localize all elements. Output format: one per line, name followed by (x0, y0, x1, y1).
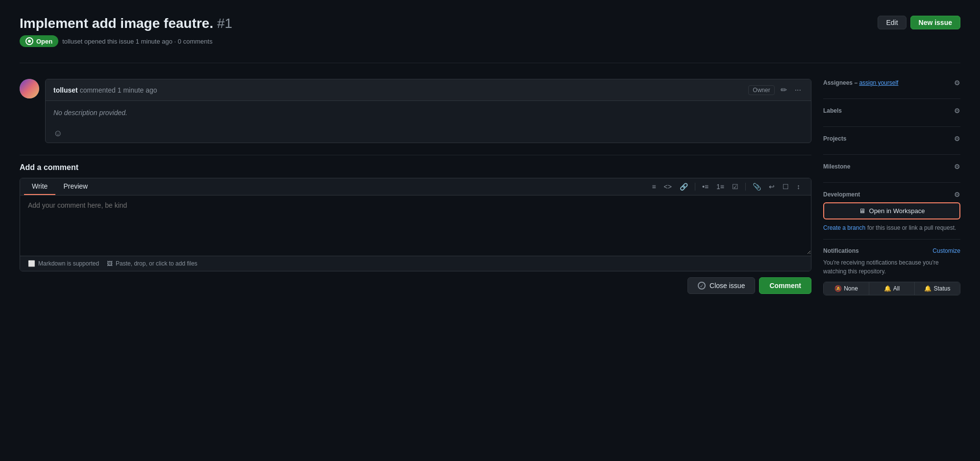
notifications-label: Notifications (823, 247, 859, 254)
edit-button[interactable]: Edit (878, 16, 906, 29)
notif-none-label: None (844, 285, 858, 292)
preview-tab[interactable]: Preview (55, 178, 96, 195)
projects-title: Projects (823, 135, 846, 142)
milestone-title: Milestone (823, 163, 850, 170)
comment-footer: ☺ (46, 124, 811, 143)
toolbar-divider-1 (695, 183, 695, 191)
bell-off-icon: 🔕 (834, 285, 842, 292)
left-column: tolluset commented 1 minute ago Owner ✏ … (20, 79, 811, 295)
branch-suffix: for this issue or link a pull request. (867, 224, 956, 231)
comment-editor: Write Preview ≡ <> 🔗 •≡ 1≡ ☑ 📎 (20, 178, 811, 271)
issue-meta: Open tolluset opened this issue 1 minute… (20, 35, 232, 47)
attach-icon: 🖼 (107, 260, 113, 267)
toolbar-code-btn[interactable]: <> (661, 181, 675, 193)
main-content: tolluset commented 1 minute ago Owner ✏ … (20, 79, 960, 295)
markdown-info: ⬜ Markdown is supported (28, 260, 99, 267)
editor-tabs: Write Preview ≡ <> 🔗 •≡ 1≡ ☑ 📎 (20, 178, 811, 195)
issue-title-text: Implement add image feautre. (20, 16, 213, 31)
owner-badge: Owner (748, 85, 774, 95)
status-icon: 🔔 (924, 285, 931, 292)
open-workspace-button[interactable]: 🖥 Open in Workspace (823, 202, 960, 219)
bell-icon: 🔔 (884, 285, 891, 292)
editor-toolbar: ≡ <> 🔗 •≡ 1≡ ☑ 📎 ↩ ☐ ↕ (645, 179, 807, 194)
write-tab[interactable]: Write (24, 178, 55, 195)
right-column: Assignees – assign yourself ⚙ Labels ⚙ P… (823, 79, 960, 295)
toolbar-heading-btn[interactable]: ≡ (649, 181, 659, 193)
close-issue-icon: ✓ (698, 282, 706, 290)
notification-buttons: 🔕 None 🔔 All 🔔 Status (823, 282, 960, 295)
header-divider (20, 63, 960, 63)
comment-more-button[interactable]: ··· (793, 85, 803, 96)
notifications-section: Notifications Customize You're receiving… (823, 240, 960, 295)
toolbar-resize-btn[interactable]: ↕ (794, 181, 803, 193)
development-section: Development ⚙ 🖥 Open in Workspace Create… (823, 183, 960, 240)
customize-link[interactable]: Customize (932, 247, 960, 254)
toolbar-attach-btn[interactable]: 📎 (750, 181, 764, 193)
assignees-header: Assignees – assign yourself ⚙ (823, 79, 960, 87)
assignees-section: Assignees – assign yourself ⚙ (823, 79, 960, 99)
add-comment-title: Add a comment (20, 163, 811, 172)
new-issue-button[interactable]: New issue (910, 16, 960, 29)
emoji-button[interactable]: ☺ (53, 128, 62, 139)
header-buttons: Edit New issue (878, 16, 960, 29)
markdown-icon: ⬜ (28, 260, 35, 267)
comment-section: tolluset commented 1 minute ago Owner ✏ … (20, 79, 811, 143)
create-branch-link[interactable]: Create a branch (823, 224, 865, 231)
projects-section: Projects ⚙ (823, 127, 960, 155)
issue-meta-text: tolluset opened this issue 1 minute ago … (62, 38, 212, 45)
assignees-title: Assignees – assign yourself (823, 79, 898, 86)
editor-footer: ⬜ Markdown is supported 🖼 Paste, drop, o… (20, 256, 811, 271)
status-badge: Open (36, 38, 52, 45)
notif-status-label: Status (933, 285, 950, 292)
avatar (20, 79, 39, 98)
toolbar-checkbox-btn[interactable]: ☐ (780, 181, 792, 193)
comment-button[interactable]: Comment (759, 277, 811, 294)
markdown-label: Markdown is supported (38, 260, 99, 267)
open-badge: Open (20, 35, 58, 47)
notifications-title: Notifications Customize (823, 247, 960, 254)
development-gear-button[interactable]: ⚙ (954, 191, 960, 198)
workspace-icon: 🖥 (859, 207, 865, 215)
issue-title-area: Implement add image feautre. #1 Open tol… (20, 16, 232, 47)
development-title: Development (823, 191, 860, 198)
comment-body: No description provided. (46, 101, 811, 124)
comment-header-right: Owner ✏ ··· (748, 84, 803, 96)
notifications-desc: You're receiving notifications because y… (823, 258, 960, 276)
editor-tab-group: Write Preview (24, 178, 96, 195)
toolbar-ul-btn[interactable]: •≡ (699, 181, 711, 193)
assignees-gear-button[interactable]: ⚙ (954, 79, 960, 87)
add-comment-section: Add a comment Write Preview ≡ <> 🔗 •≡ (20, 163, 811, 294)
toolbar-link-btn[interactable]: 🔗 (677, 181, 691, 193)
comment-time: commented 1 minute ago (80, 86, 157, 94)
page-title: Implement add image feautre. #1 (20, 16, 232, 31)
notif-none-button[interactable]: 🔕 None (824, 282, 869, 295)
milestone-section: Milestone ⚙ (823, 155, 960, 183)
toolbar-task-btn[interactable]: ☑ (729, 181, 741, 193)
labels-section: Labels ⚙ (823, 99, 960, 127)
notif-all-button[interactable]: 🔔 All (869, 282, 915, 295)
labels-header: Labels ⚙ (823, 107, 960, 115)
comment-box: tolluset commented 1 minute ago Owner ✏ … (45, 79, 811, 143)
issue-number: #1 (217, 16, 232, 31)
notif-status-button[interactable]: 🔔 Status (915, 282, 960, 295)
toolbar-undo-btn[interactable]: ↩ (766, 181, 778, 193)
comment-divider (20, 155, 811, 155)
development-header: Development ⚙ (823, 191, 960, 198)
edit-comment-button[interactable]: ✏ (779, 84, 789, 96)
milestone-header: Milestone ⚙ (823, 163, 960, 170)
toolbar-ol-btn[interactable]: 1≡ (713, 181, 727, 193)
milestone-gear-button[interactable]: ⚙ (954, 163, 960, 170)
labels-gear-button[interactable]: ⚙ (954, 107, 960, 115)
close-issue-label: Close issue (710, 282, 745, 290)
comment-textarea[interactable] (20, 195, 811, 254)
close-issue-button[interactable]: ✓ Close issue (687, 277, 755, 294)
avatar-image (20, 79, 39, 98)
comment-author-info: tolluset commented 1 minute ago (53, 86, 157, 94)
open-workspace-label: Open in Workspace (869, 207, 925, 215)
assign-yourself-link[interactable]: assign yourself (859, 79, 898, 86)
assignees-label: Assignees (823, 79, 853, 86)
projects-gear-button[interactable]: ⚙ (954, 135, 960, 143)
notif-all-label: All (893, 285, 900, 292)
labels-title: Labels (823, 107, 842, 114)
attach-label: Paste, drop, or click to add files (116, 260, 197, 267)
